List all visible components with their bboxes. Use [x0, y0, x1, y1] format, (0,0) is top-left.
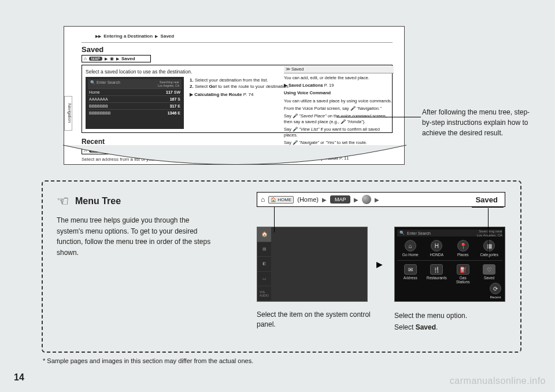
menu-tree-panel: ☜ Menu Tree The menu tree helps guide yo… [42, 180, 521, 353]
pin-icon: 📍 [457, 240, 469, 252]
icon-label: Recent [490, 295, 501, 299]
caption-saved-bold: Saved [416, 323, 436, 331]
saved-row-title: BBBBBBBB [89, 111, 110, 115]
xref-saved-locations: Saved Locations [288, 83, 323, 88]
icon-label: HONDA [430, 253, 443, 257]
clock-icon: ⟳ [490, 283, 501, 294]
fork-knife-icon: 🍴 [430, 264, 443, 275]
annotation-leader-line [336, 117, 421, 117]
info-header: Saved [291, 66, 304, 72]
hardware-button-icon: ⌂ [261, 195, 265, 204]
triangle-icon: ▶ [116, 57, 119, 61]
search-near-label: Searching near Los Angeles, CA [477, 230, 502, 238]
xref-voice-commands: Using Voice Commands [288, 147, 338, 153]
voice-phrase: "Yes" [325, 140, 336, 145]
menu-icon-places: 📍Places [453, 240, 473, 257]
icon-label: Places [457, 253, 469, 257]
caption-line2a: Select [394, 323, 416, 331]
saved-row-title: Home [89, 90, 100, 94]
screenshot-where-to-menu: Searching near Los Angeles, CA 🔍 Enter S… [394, 227, 505, 302]
step-2-go: Go! [209, 84, 217, 89]
caption-control-panel: Select the item on the system control pa… [257, 310, 372, 330]
xref-page: P. 11 [339, 156, 349, 161]
pill-label: Recent [121, 148, 137, 153]
triangle-icon: ▶ [322, 197, 327, 203]
saved-row-dir: E [177, 104, 180, 108]
page-number: 14 [14, 372, 24, 383]
footnote: * Sample pages and images in this sectio… [43, 357, 253, 364]
caption-line1: Select the menu option. [394, 310, 510, 321]
menu-icon-address: ✉Address [400, 264, 421, 284]
xref-page: P. 74 [243, 92, 254, 97]
voice-phrase: "Honda" [347, 119, 362, 124]
crumb-underline [472, 207, 504, 208]
annotation-step-instructions: After following the menu tree, step-by-s… [422, 107, 532, 138]
leader-line [488, 208, 489, 260]
globe-icon: ◉ [110, 148, 114, 153]
mini-screenshot-saved: 🔍 Enter Search Searching near Los Angele… [86, 77, 184, 129]
menu-icon-go-home: ⌂Go Home [400, 240, 421, 257]
icon-label: Restaurants [427, 276, 447, 280]
menu-icon-recent: ⟳ Recent [490, 283, 501, 299]
xref-calculating: Calculating the Route [194, 92, 242, 97]
screenshot-control-panel: 🏠 ▤ ◧ ▭ VOL AUDIO [257, 227, 368, 302]
voice-phrase: "View List" [299, 127, 319, 132]
caption-menu-option: Select the menu option. Select Saved. [394, 310, 510, 334]
voice-phrase: "Navigate" [299, 140, 319, 145]
saved-row-dist: 317 [170, 104, 177, 108]
saved-row-dist: 167 [170, 97, 177, 101]
saved-row-dist: 1346 [168, 111, 177, 115]
menu-icon-categories: ▦Categories [479, 240, 500, 257]
voice-line: if you want to confirm all saved places. [284, 127, 380, 138]
step-2-text2: to set the route to your destination. [217, 84, 289, 89]
grid-icon: ▦ [483, 240, 495, 252]
voice-line: You can utilize a saved place by using v… [284, 98, 394, 104]
section-title-saved: Saved [82, 45, 393, 54]
crumb-saved-label: Saved [476, 195, 498, 204]
triangle-icon: ▶ [155, 34, 158, 38]
xref-page: P. 5 [339, 147, 346, 153]
home-chip-label: HOME [278, 197, 291, 202]
triangle-icon: ▶▶ [95, 34, 101, 38]
caption-line2c: . [436, 323, 438, 331]
pill-label: Saved [121, 56, 135, 61]
address-icon: ✉ [404, 264, 417, 275]
voice-line: From the Voice Portal screen, say [284, 106, 350, 111]
saved-row-title: AAAAAAA [89, 97, 108, 101]
hand-pointing-icon: ☜ [57, 193, 69, 209]
honda-icon: H [431, 240, 442, 252]
saved-row-dist: 117 [166, 90, 173, 94]
menu-icon-restaurants: 🍴Restaurants [426, 264, 447, 284]
voice-line: Say [284, 113, 293, 119]
leader-line [274, 207, 275, 232]
saved-row-dir: SW [174, 90, 180, 94]
triangle-icon: ▶ [105, 57, 108, 61]
watermark: carmanualsonline.info [450, 376, 546, 386]
hardware-icon: ⌂ [84, 148, 87, 153]
triangle-icon: ▶ [354, 197, 358, 203]
triangle-icon: ▶ [375, 197, 379, 203]
menu-tree-breadcrumb: ⌂ 🏠HOME (Home) ▶ MAP ▶ ▶ Saved [257, 192, 505, 207]
icon-label: Saved [484, 276, 494, 280]
home-button-chip: 🏠HOME [268, 196, 294, 204]
heart-icon: ♡ [483, 264, 495, 275]
triangle-icon: ▶ [105, 149, 108, 153]
saved-row-dir: E [177, 111, 180, 115]
saved-row-dir: S [177, 97, 180, 101]
globe-icon: ◉ [110, 56, 114, 61]
voice-line: Say [284, 127, 293, 132]
vol-audio-button: VOL AUDIO [257, 286, 271, 301]
hardware-icon: ⌂ [84, 56, 87, 61]
search-placeholder: Enter Search [97, 80, 120, 84]
nav-section-tab: Navigation [64, 96, 72, 131]
search-placeholder: Enter Search [407, 231, 431, 235]
side-button: ▤ [257, 242, 271, 257]
menu-icon-honda: HHONDA [426, 240, 447, 257]
info-sidebar: ≫ Saved You can add, edit, or delete the… [284, 66, 394, 163]
info-line: You can add, edit, or delete the saved p… [284, 75, 394, 81]
saved-row-title: BBBBBBB [89, 104, 108, 108]
map-chip: MAP [89, 149, 102, 153]
gas-icon: ⛽ [457, 264, 469, 275]
xref-page: P. 19 [324, 83, 334, 88]
voice-line: Say [284, 140, 293, 145]
